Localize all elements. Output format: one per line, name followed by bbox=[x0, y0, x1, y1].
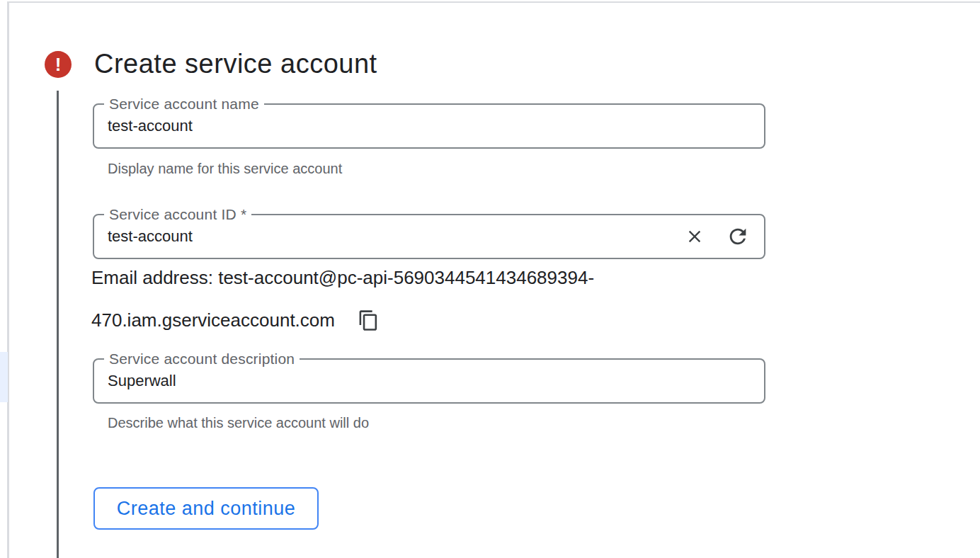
panel-left-border bbox=[7, 1, 9, 558]
service-account-id-label: Service account ID * bbox=[104, 206, 251, 223]
page-title: Create service account bbox=[94, 47, 377, 81]
service-account-description-helper: Describe what this service account will … bbox=[108, 415, 369, 431]
content-copy-icon bbox=[358, 309, 380, 331]
create-and-continue-button[interactable]: Create and continue bbox=[93, 487, 319, 530]
nav-highlight-sliver bbox=[0, 352, 8, 402]
exclamation-glyph: ! bbox=[55, 55, 62, 74]
copy-email-button[interactable] bbox=[358, 309, 380, 331]
regenerate-id-button[interactable] bbox=[726, 224, 750, 249]
email-address-line2: 470.iam.gserviceaccount.com bbox=[91, 299, 335, 341]
service-account-name-field: Service account name bbox=[93, 103, 765, 149]
service-account-description-label: Service account description bbox=[104, 351, 300, 368]
close-x-icon bbox=[685, 227, 705, 246]
service-account-name-label: Service account name bbox=[104, 96, 264, 113]
id-field-actions bbox=[685, 215, 750, 258]
email-address-line1: Email address: test-account@pc-api-56903… bbox=[91, 256, 594, 299]
service-account-name-helper: Display name for this service account bbox=[108, 161, 342, 176]
email-address-block: Email address: test-account@pc-api-56903… bbox=[91, 256, 594, 341]
panel-top-border bbox=[7, 1, 980, 3]
service-account-id-field: Service account ID * bbox=[93, 214, 765, 259]
stepper-connector-line bbox=[57, 91, 59, 558]
service-account-description-field: Service account description bbox=[93, 358, 765, 404]
error-step-icon: ! bbox=[45, 51, 72, 78]
clear-id-button[interactable] bbox=[685, 227, 705, 246]
create-and-continue-label: Create and continue bbox=[117, 498, 296, 520]
refresh-icon bbox=[726, 224, 750, 249]
